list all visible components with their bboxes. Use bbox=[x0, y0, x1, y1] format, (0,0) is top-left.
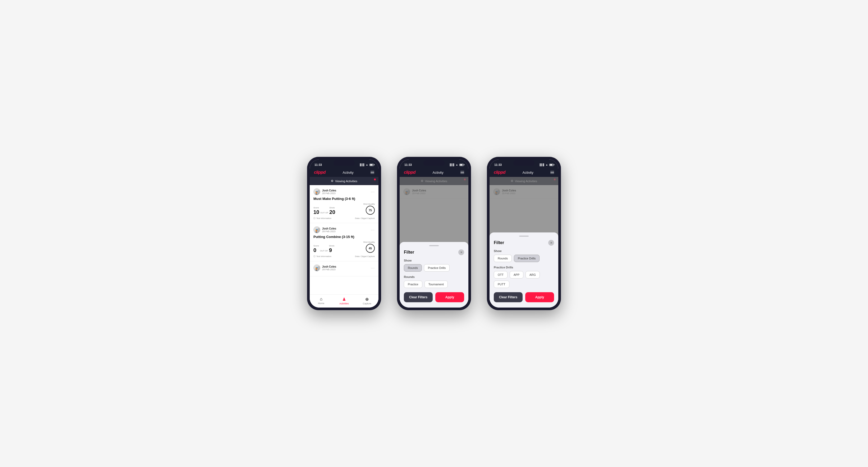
status-time-3: 11:33 bbox=[494, 163, 502, 166]
arg-btn-3[interactable]: ARG bbox=[526, 271, 540, 278]
practice-drills-btn-3[interactable]: Practice Drills bbox=[514, 255, 539, 262]
dots-menu-3[interactable]: ··· bbox=[371, 266, 375, 270]
phones-container: 11:33 ▌▌▌ ▲ clippd Activity bbox=[307, 157, 561, 310]
rounds-btn-2[interactable]: Rounds bbox=[404, 264, 422, 272]
battery-icon-3 bbox=[549, 164, 554, 166]
hamburger-wrapper-1[interactable] bbox=[371, 171, 374, 174]
out-of-1: OUT OF bbox=[320, 212, 328, 214]
sq-label-2: Shot Quality bbox=[363, 241, 375, 243]
card-footer-2: ⓘ Test Information Data: Clippd Capture bbox=[313, 255, 375, 258]
modal-title-3: Filter bbox=[494, 240, 504, 245]
status-time-1: 11:33 bbox=[314, 163, 322, 166]
drill-type-buttons-3: OTT APP ARG PUTT bbox=[494, 271, 554, 288]
filter-icon-1: ⚙ bbox=[331, 179, 334, 183]
tab-capture[interactable]: ⊕ Capture bbox=[355, 297, 378, 305]
content-3: ⚙ Viewing Activities 🏌 Josh Coles 28 Feb… bbox=[490, 177, 558, 308]
modal-close-3[interactable]: ✕ bbox=[548, 240, 554, 246]
shots-label-1: Shots bbox=[329, 207, 335, 209]
clear-filters-btn-2[interactable]: Clear Filters bbox=[404, 292, 433, 302]
content-1: ⚙ Viewing Activities 🏌 bbox=[310, 177, 378, 308]
app-logo-3: clippd bbox=[494, 170, 505, 175]
shots-value-2: 9 bbox=[329, 248, 334, 253]
modal-header-2: Filter ✕ bbox=[404, 249, 464, 255]
show-buttons-2: Rounds Practice Drills bbox=[404, 264, 464, 272]
practice-drills-section-label-3: Practice Drills bbox=[494, 266, 554, 269]
hamburger-menu-1[interactable] bbox=[371, 171, 374, 174]
app-btn-3[interactable]: APP bbox=[509, 271, 523, 278]
practice-round-btn-2[interactable]: Practice bbox=[404, 281, 422, 288]
activity-card-2: 🏌 Josh Coles 28 Feb 2023 ··· Putting Com… bbox=[310, 223, 378, 261]
card-header-2: 🏌 Josh Coles 28 Feb 2023 ··· bbox=[313, 226, 375, 233]
tournament-btn-2[interactable]: Tournament bbox=[425, 281, 448, 288]
score-value-1: 10 bbox=[313, 210, 319, 215]
modal-title-2: Filter bbox=[404, 250, 414, 255]
user-name-3: Josh Coles bbox=[322, 265, 336, 268]
hamburger-menu-2[interactable] bbox=[460, 171, 464, 174]
info-icon-2: ⓘ bbox=[313, 255, 315, 258]
rounds-btn-3[interactable]: Rounds bbox=[494, 255, 512, 262]
app-logo-1: clippd bbox=[314, 170, 326, 175]
nav-bar-2: clippd Activity bbox=[400, 168, 468, 177]
modal-close-2[interactable]: ✕ bbox=[458, 249, 464, 255]
card-title-2: Putting Combine (3-15 ft) bbox=[313, 235, 375, 239]
card-header-1: 🏌 Josh Coles 28 Feb 2023 ··· bbox=[313, 188, 375, 195]
tab-activities-label: Activities bbox=[339, 302, 349, 305]
clear-filters-btn-3[interactable]: Clear Filters bbox=[494, 292, 523, 302]
user-date-1: 28 Feb 2023 bbox=[322, 192, 336, 195]
shot-quality-badge-1: 75 bbox=[366, 206, 375, 215]
activity-card-3: 🏌 Josh Coles 28 Feb 2023 ··· bbox=[310, 261, 378, 276]
sq-label-1: Shot Quality bbox=[363, 203, 375, 205]
filter-modal-2: Filter ✕ Show Rounds Practice Drills Rou… bbox=[400, 242, 468, 308]
tab-activities[interactable]: ♟ Activities bbox=[333, 297, 356, 305]
ott-btn-3[interactable]: OTT bbox=[494, 271, 507, 278]
show-label-2: Show bbox=[404, 259, 464, 262]
modal-footer-3: Clear Filters Apply bbox=[494, 292, 554, 302]
nav-bar-1: clippd Activity bbox=[310, 168, 378, 177]
viewing-banner-1[interactable]: ⚙ Viewing Activities bbox=[310, 177, 378, 185]
score-label-1: Score bbox=[313, 207, 319, 209]
nav-bar-3: clippd Activity bbox=[490, 168, 558, 177]
activity-card-1: 🏌 Josh Coles 28 Feb 2023 ··· Must Make P… bbox=[310, 185, 378, 223]
apply-btn-2[interactable]: Apply bbox=[435, 292, 464, 302]
dots-menu-2[interactable]: ··· bbox=[371, 228, 375, 232]
stats-row-2: Score 0 OUT OF Shots 9 Shot Quality 45 bbox=[313, 241, 375, 253]
apply-btn-3[interactable]: Apply bbox=[525, 292, 554, 302]
user-name-2: Josh Coles bbox=[322, 227, 336, 230]
data-source-2: Data: Clippd Capture bbox=[355, 255, 375, 257]
tab-home[interactable]: ⌂ Home bbox=[310, 297, 333, 305]
home-icon: ⌂ bbox=[320, 297, 323, 302]
phone-2: 11:33 ▌▌▌ ▲ clippd Activity bbox=[397, 157, 471, 310]
nav-title-2: Activity bbox=[432, 170, 443, 175]
rounds-buttons-2: Practice Tournament bbox=[404, 281, 464, 288]
tab-capture-label: Capture bbox=[363, 302, 371, 305]
dynamic-island-3 bbox=[513, 160, 534, 166]
test-info-2: ⓘ Test Information bbox=[313, 255, 331, 258]
modal-handle-3 bbox=[519, 236, 529, 237]
shot-quality-badge-2: 45 bbox=[366, 244, 375, 253]
stats-row-1: Score 10 OUT OF Shots 20 Shot Quality 75 bbox=[313, 203, 375, 215]
user-name-1: Josh Coles bbox=[322, 189, 336, 192]
card-footer-1: ⓘ Test Information Data: Clippd Capture bbox=[313, 217, 375, 220]
battery-icon-2 bbox=[459, 164, 464, 166]
hamburger-menu-3[interactable] bbox=[550, 171, 554, 174]
shots-value-1: 20 bbox=[329, 210, 335, 215]
putt-btn-3[interactable]: PUTT bbox=[494, 281, 509, 288]
practice-drills-btn-2[interactable]: Practice Drills bbox=[424, 264, 450, 272]
avatar-1: 🏌 bbox=[313, 188, 320, 195]
score-value-2: 0 bbox=[313, 248, 319, 253]
card-title-1: Must Make Putting (3-6 ft) bbox=[313, 197, 375, 201]
viewing-banner-text-1: Viewing Activities bbox=[335, 180, 357, 183]
modal-footer-2: Clear Filters Apply bbox=[404, 292, 464, 302]
hamburger-wrapper-2[interactable] bbox=[460, 171, 464, 174]
content-2: ⚙ Viewing Activities 🏌 Josh Coles 28 Feb… bbox=[400, 177, 468, 308]
viewing-red-dot-1 bbox=[374, 179, 376, 180]
phone-3: 11:33 ▌▌▌ ▲ clippd Activity bbox=[487, 157, 561, 310]
app-logo-2: clippd bbox=[404, 170, 415, 175]
dots-menu-1[interactable]: ··· bbox=[371, 190, 375, 194]
hamburger-wrapper-3[interactable] bbox=[550, 171, 554, 174]
capture-icon: ⊕ bbox=[365, 297, 369, 302]
data-source-1: Data: Clippd Capture bbox=[355, 217, 375, 219]
modal-handle-2 bbox=[429, 245, 439, 246]
out-of-2: OUT OF bbox=[320, 250, 328, 252]
status-icons-2: ▌▌▌ ▲ bbox=[450, 163, 464, 166]
